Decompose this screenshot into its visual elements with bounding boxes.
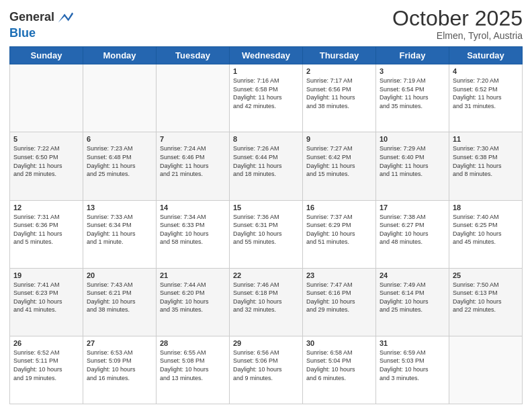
day-info: Sunrise: 7:19 AMSunset: 6:54 PMDaylight:…: [380, 77, 445, 110]
day-number: 16: [306, 203, 372, 212]
calendar-cell: 7Sunrise: 7:24 AMSunset: 6:46 PMDaylight…: [157, 132, 230, 200]
day-info: Sunrise: 7:36 AMSunset: 6:31 PMDaylight:…: [233, 213, 299, 246]
day-number: 5: [13, 135, 79, 143]
calendar-cell: 21Sunrise: 7:44 AMSunset: 6:20 PMDayligh…: [157, 268, 230, 336]
header-friday: Friday: [376, 47, 449, 64]
day-number: 29: [233, 339, 299, 347]
calendar-cell: 1Sunrise: 7:16 AMSunset: 6:58 PMDaylight…: [230, 64, 303, 132]
calendar-cell: 26Sunrise: 6:52 AMSunset: 5:11 PMDayligh…: [10, 336, 83, 404]
day-number: 13: [87, 203, 152, 212]
day-number: 7: [160, 135, 226, 143]
day-number: 9: [306, 135, 372, 143]
day-number: 6: [87, 135, 152, 143]
calendar-cell: [10, 64, 83, 132]
calendar-cell: 28Sunrise: 6:55 AMSunset: 5:08 PMDayligh…: [157, 336, 230, 404]
calendar-cell: 29Sunrise: 6:56 AMSunset: 5:06 PMDayligh…: [230, 336, 303, 404]
day-info: Sunrise: 7:37 AMSunset: 6:29 PMDaylight:…: [306, 213, 372, 246]
location: Elmen, Tyrol, Austria: [392, 30, 523, 41]
svg-marker-0: [58, 12, 73, 22]
week-row-4: 19Sunrise: 7:41 AMSunset: 6:23 PMDayligh…: [10, 268, 523, 336]
day-info: Sunrise: 7:22 AMSunset: 6:50 PMDaylight:…: [13, 144, 79, 178]
day-info: Sunrise: 6:52 AMSunset: 5:11 PMDaylight:…: [13, 349, 79, 382]
calendar-cell: 14Sunrise: 7:34 AMSunset: 6:33 PMDayligh…: [157, 200, 230, 268]
header-monday: Monday: [83, 47, 157, 64]
calendar-cell: 2Sunrise: 7:17 AMSunset: 6:56 PMDaylight…: [303, 64, 376, 132]
day-info: Sunrise: 7:27 AMSunset: 6:42 PMDaylight:…: [306, 144, 372, 178]
week-row-2: 5Sunrise: 7:22 AMSunset: 6:50 PMDaylight…: [10, 132, 523, 200]
week-row-5: 26Sunrise: 6:52 AMSunset: 5:11 PMDayligh…: [10, 336, 523, 404]
week-row-3: 12Sunrise: 7:31 AMSunset: 6:36 PMDayligh…: [10, 200, 523, 268]
day-number: 28: [160, 339, 226, 347]
day-info: Sunrise: 7:29 AMSunset: 6:40 PMDaylight:…: [380, 144, 445, 178]
calendar-cell: 9Sunrise: 7:27 AMSunset: 6:42 PMDaylight…: [303, 132, 376, 200]
calendar-cell: 24Sunrise: 7:49 AMSunset: 6:14 PMDayligh…: [376, 268, 449, 336]
day-number: 26: [13, 339, 79, 347]
calendar-cell: 3Sunrise: 7:19 AMSunset: 6:54 PMDaylight…: [376, 64, 449, 132]
day-info: Sunrise: 6:56 AMSunset: 5:06 PMDaylight:…: [233, 349, 299, 382]
header-saturday: Saturday: [449, 47, 523, 64]
day-number: 24: [380, 271, 445, 279]
day-info: Sunrise: 7:20 AMSunset: 6:52 PMDaylight:…: [453, 77, 519, 110]
day-info: Sunrise: 7:33 AMSunset: 6:34 PMDaylight:…: [87, 213, 152, 246]
day-number: 15: [233, 203, 299, 212]
logo: General Blue: [9, 8, 75, 40]
day-info: Sunrise: 6:53 AMSunset: 5:09 PMDaylight:…: [87, 349, 152, 382]
day-info: Sunrise: 7:17 AMSunset: 6:56 PMDaylight:…: [306, 77, 372, 110]
day-info: Sunrise: 7:47 AMSunset: 6:16 PMDaylight:…: [306, 281, 372, 314]
day-number: 23: [306, 271, 372, 279]
day-number: 12: [13, 203, 79, 212]
calendar-cell: 22Sunrise: 7:46 AMSunset: 6:18 PMDayligh…: [230, 268, 303, 336]
day-info: Sunrise: 7:34 AMSunset: 6:33 PMDaylight:…: [160, 213, 226, 246]
day-info: Sunrise: 6:59 AMSunset: 5:03 PMDaylight:…: [380, 349, 445, 382]
logo-blue: Blue: [9, 27, 75, 40]
calendar-table: Sunday Monday Tuesday Wednesday Thursday…: [9, 46, 523, 404]
calendar-cell: 31Sunrise: 6:59 AMSunset: 5:03 PMDayligh…: [376, 336, 449, 404]
day-info: Sunrise: 7:41 AMSunset: 6:23 PMDaylight:…: [13, 281, 79, 314]
day-number: 25: [453, 271, 519, 279]
logo-bird-icon: [56, 8, 75, 27]
calendar-cell: 18Sunrise: 7:40 AMSunset: 6:25 PMDayligh…: [449, 200, 523, 268]
calendar-cell: [157, 64, 230, 132]
calendar-cell: 13Sunrise: 7:33 AMSunset: 6:34 PMDayligh…: [83, 200, 157, 268]
calendar-cell: 16Sunrise: 7:37 AMSunset: 6:29 PMDayligh…: [303, 200, 376, 268]
day-number: 27: [87, 339, 152, 347]
day-number: 20: [87, 271, 152, 279]
day-info: Sunrise: 7:24 AMSunset: 6:46 PMDaylight:…: [160, 144, 226, 178]
day-number: 11: [453, 135, 519, 143]
calendar-cell: 6Sunrise: 7:23 AMSunset: 6:48 PMDaylight…: [83, 132, 157, 200]
month-title: October 2025: [392, 7, 523, 30]
calendar-cell: 27Sunrise: 6:53 AMSunset: 5:09 PMDayligh…: [83, 336, 157, 404]
logo-general: General: [9, 8, 75, 27]
calendar-cell: 11Sunrise: 7:30 AMSunset: 6:38 PMDayligh…: [449, 132, 523, 200]
day-number: 21: [160, 271, 226, 279]
calendar-cell: 19Sunrise: 7:41 AMSunset: 6:23 PMDayligh…: [10, 268, 83, 336]
day-info: Sunrise: 7:16 AMSunset: 6:58 PMDaylight:…: [233, 77, 299, 110]
day-number: 10: [380, 135, 445, 143]
day-number: 1: [233, 67, 299, 75]
day-number: 18: [453, 203, 519, 212]
calendar-cell: 10Sunrise: 7:29 AMSunset: 6:40 PMDayligh…: [376, 132, 449, 200]
header-sunday: Sunday: [10, 47, 83, 64]
header-thursday: Thursday: [303, 47, 376, 64]
calendar-cell: 12Sunrise: 7:31 AMSunset: 6:36 PMDayligh…: [10, 200, 83, 268]
calendar-cell: 4Sunrise: 7:20 AMSunset: 6:52 PMDaylight…: [449, 64, 523, 132]
day-number: 4: [453, 67, 519, 75]
calendar-cell: [449, 336, 523, 404]
calendar-cell: 5Sunrise: 7:22 AMSunset: 6:50 PMDaylight…: [10, 132, 83, 200]
logo-text: General Blue: [9, 8, 75, 40]
header: General Blue October 2025 Elmen, Tyrol, …: [9, 7, 523, 41]
calendar-cell: 20Sunrise: 7:43 AMSunset: 6:21 PMDayligh…: [83, 268, 157, 336]
calendar-cell: 17Sunrise: 7:38 AMSunset: 6:27 PMDayligh…: [376, 200, 449, 268]
header-wednesday: Wednesday: [230, 47, 303, 64]
week-row-1: 1Sunrise: 7:16 AMSunset: 6:58 PMDaylight…: [10, 64, 523, 132]
calendar-cell: 8Sunrise: 7:26 AMSunset: 6:44 PMDaylight…: [230, 132, 303, 200]
day-info: Sunrise: 7:44 AMSunset: 6:20 PMDaylight:…: [160, 281, 226, 314]
calendar-cell: 30Sunrise: 6:58 AMSunset: 5:04 PMDayligh…: [303, 336, 376, 404]
day-info: Sunrise: 7:23 AMSunset: 6:48 PMDaylight:…: [87, 144, 152, 178]
day-number: 3: [380, 67, 445, 75]
day-number: 19: [13, 271, 79, 279]
title-block: October 2025 Elmen, Tyrol, Austria: [392, 7, 523, 41]
day-info: Sunrise: 7:30 AMSunset: 6:38 PMDaylight:…: [453, 144, 519, 178]
day-info: Sunrise: 7:43 AMSunset: 6:21 PMDaylight:…: [87, 281, 152, 314]
weekday-header-row: Sunday Monday Tuesday Wednesday Thursday…: [10, 47, 523, 64]
